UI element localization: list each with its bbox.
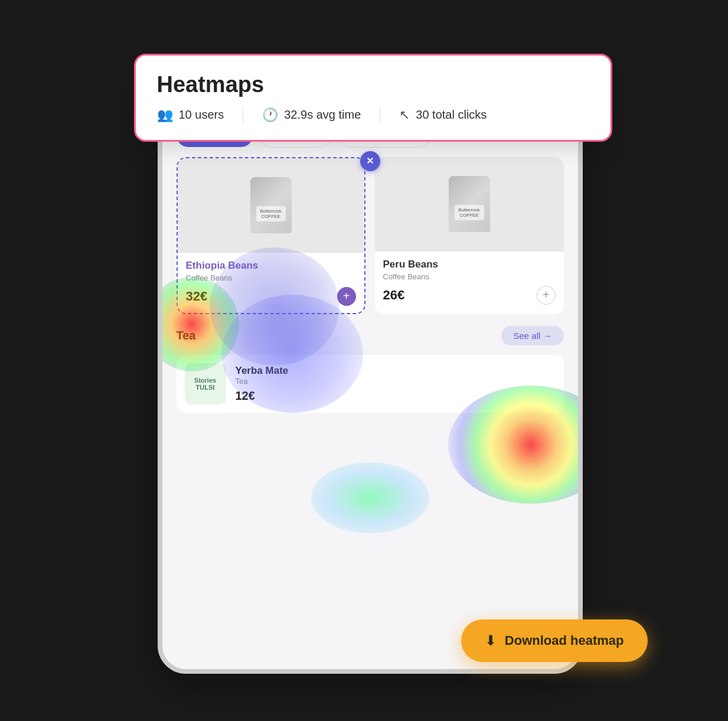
product-ethiopia-price: 32€: [186, 289, 208, 304]
tea-item-yerba[interactable]: StoriesTULSI Yerba Mate Tea 12€: [177, 355, 564, 413]
tea-item-name: Yerba Mate: [236, 365, 556, 377]
close-x-button[interactable]: ✕: [360, 151, 380, 171]
bag-label-ethiopia: ButterrockCOFFEE: [256, 206, 286, 221]
add-ethiopia-button[interactable]: +: [337, 287, 356, 306]
product-peru-price: 26€: [383, 288, 405, 303]
download-heatmap-button[interactable]: ⬇ Download heatmap: [461, 619, 648, 662]
product-ethiopia-name: Ethiopia Beans: [186, 260, 356, 272]
product-peru-category: Coffee Beans: [383, 272, 556, 281]
stat-divider-1: [243, 107, 243, 123]
stat-divider-2: [380, 107, 380, 123]
tea-img-label: StoriesTULSI: [194, 377, 216, 391]
clock-icon: 🕐: [262, 107, 278, 123]
download-btn-label: Download heatmap: [505, 633, 624, 648]
product-ethiopia-category: Coffee Beans: [186, 273, 356, 282]
stats-row: 👥 10 users 🕐 32.9s avg time ↖ 30 total c…: [157, 107, 589, 123]
total-clicks-label: 30 total clicks: [416, 108, 487, 122]
products-section: ButterrockCOFFEE Ethiopia Beans Coffee B…: [162, 157, 578, 314]
tea-section-title: Tea: [177, 329, 196, 342]
users-icon: 👥: [157, 107, 173, 123]
scene: Heatmaps 👥 10 users 🕐 32.9s avg time ↖ 3…: [99, 36, 630, 686]
bag-shape-peru: ButterrockCOFFEE: [449, 176, 490, 232]
bag-shape-ethiopia: ButterrockCOFFEE: [250, 177, 292, 233]
users-stat: 👥 10 users: [157, 107, 224, 123]
product-peru-img: ButterrockCOFFEE: [375, 157, 564, 252]
product-peru[interactable]: ButterrockCOFFEE Peru Beans Coffee Beans…: [375, 157, 564, 314]
products-grid: ButterrockCOFFEE Ethiopia Beans Coffee B…: [177, 157, 564, 314]
bag-label-peru: ButterrockCOFFEE: [455, 205, 484, 220]
product-ethiopia-info: Ethiopia Beans Coffee Beans 32€ +: [178, 253, 364, 313]
section-header: Tea See all →: [177, 326, 564, 345]
avg-time-stat: 🕐 32.9s avg time: [262, 107, 361, 123]
tea-section: Tea See all → StoriesTULSI Yerba Mate Te…: [162, 314, 578, 413]
stats-title: Heatmaps: [157, 72, 589, 97]
product-ethiopia-footer: 32€ +: [186, 287, 356, 306]
tea-item-info: Yerba Mate Tea 12€: [236, 365, 556, 403]
tea-item-image: StoriesTULSI: [185, 363, 226, 404]
product-peru-info: Peru Beans Coffee Beans 26€ +: [375, 252, 564, 312]
stats-card: Heatmaps 👥 10 users 🕐 32.9s avg time ↖ 3…: [134, 54, 612, 142]
phone-mockup: 🔥 Popular ☆ Newest ♡ Recomme...: [158, 107, 583, 674]
phone-inner: 🔥 Popular ☆ Newest ♡ Recomme...: [162, 112, 578, 669]
avg-time-label: 32.9s avg time: [284, 108, 361, 122]
coffee-bag-ethiopia: ButterrockCOFFEE: [250, 177, 292, 233]
coffee-bag-peru: ButterrockCOFFEE: [449, 176, 490, 232]
product-peru-name: Peru Beans: [383, 259, 556, 270]
tea-item-category: Tea: [236, 377, 556, 386]
cursor-icon: ↖: [399, 107, 410, 123]
see-all-button[interactable]: See all →: [501, 326, 563, 345]
product-ethiopia-img: ButterrockCOFFEE: [178, 158, 364, 253]
tea-item-price: 12€: [236, 389, 556, 403]
download-icon: ⬇: [485, 632, 497, 649]
heatmap-bottom-center: [311, 462, 429, 533]
product-peru-footer: 26€ +: [383, 286, 556, 305]
add-peru-button[interactable]: +: [537, 286, 556, 305]
users-label: 10 users: [179, 108, 224, 122]
total-clicks-stat: ↖ 30 total clicks: [399, 107, 487, 123]
product-ethiopia[interactable]: ButterrockCOFFEE Ethiopia Beans Coffee B…: [177, 157, 365, 314]
